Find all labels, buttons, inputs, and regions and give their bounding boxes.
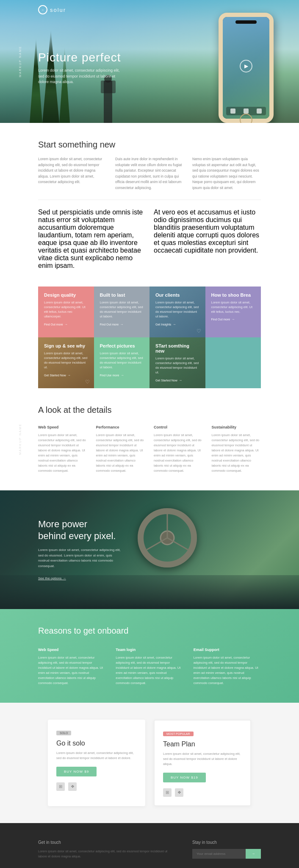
footer-subscribe-button[interactable]: → bbox=[246, 849, 261, 859]
card-desc: Lorem ipsum dolor sit amet, consectetur … bbox=[100, 351, 144, 370]
section-details-title: A look at the details bbox=[38, 405, 261, 415]
hero-section: ○ solur Picture perfect Lorem dolor sit … bbox=[0, 0, 299, 123]
logo-icon: ○ bbox=[38, 5, 47, 14]
card-desc: Lorem ipsum dolor sit amet, consectetur … bbox=[100, 300, 144, 319]
card-start-something[interactable]: STart somthing new Lorem ipsum dolor sit… bbox=[150, 337, 205, 388]
logo-text: solur bbox=[50, 7, 66, 13]
start-col-3: Nemo enim ipsam voluptatem quia voluptas… bbox=[192, 156, 261, 191]
footer-get-in-touch: Get in touch Lorem ipsum dolor sit amet,… bbox=[38, 840, 175, 860]
solo-icons: ⊞ ❖ bbox=[56, 782, 137, 791]
hero-title: Picture perfect bbox=[38, 51, 123, 64]
detail-title: Performance bbox=[96, 425, 146, 429]
section-pricing: SOLO Go it solo Lorem ipsum dolor sit am… bbox=[0, 703, 299, 823]
card-link[interactable]: Find Out more bbox=[211, 317, 255, 321]
solo-icon-2: ❖ bbox=[68, 782, 77, 791]
solo-icon-1: ⊞ bbox=[56, 782, 65, 791]
hero2-description: Lorem ipsum dolor sit amet, consectetur … bbox=[38, 548, 123, 569]
card-link[interactable]: Find Out more bbox=[100, 323, 144, 326]
site-logo[interactable]: ○ solur bbox=[38, 5, 66, 14]
phone-icon-1 bbox=[230, 108, 235, 114]
team-title: Team Plan bbox=[163, 740, 242, 748]
footer-search-form: → bbox=[192, 849, 261, 859]
section-start-title: Start something new bbox=[38, 140, 261, 150]
card-desc: Lorem ipsum dolor sit amet, consectetur … bbox=[211, 300, 255, 314]
card-desc: Lorem ipsum dolor sit amet, consectetur … bbox=[155, 356, 199, 375]
card-title: Design quality bbox=[44, 292, 88, 298]
card-link[interactable]: Get Started Now bbox=[44, 373, 88, 377]
green-col-text: Lorem ipsum dolor sit amet, consectetur … bbox=[194, 655, 261, 686]
solo-buy-button[interactable]: BUY NOW $9 bbox=[56, 767, 97, 776]
footer-top: Get in touch Lorem ipsum dolor sit amet,… bbox=[38, 840, 261, 860]
footer-stay-title: Stay in touch bbox=[192, 840, 261, 845]
detail-performance: Performance Lorem ipsum dolor sit amet, … bbox=[96, 425, 146, 473]
card-link[interactable]: Find Use more bbox=[100, 373, 144, 377]
solo-title: Go it solo bbox=[56, 740, 137, 747]
green-col-text: Lorem ipsum dolor sit amet, consectetur … bbox=[38, 655, 105, 686]
green-col-email: Email Support Lorem ipsum dolor sit amet… bbox=[194, 648, 261, 686]
pricing-card-team: MOST POPULAR Team Plan Lorem ipsum dolor… bbox=[154, 720, 251, 806]
card-design-quality[interactable]: Design quality Lorem ipsum dolor sit ame… bbox=[38, 287, 94, 337]
card-sign-up[interactable]: Sign up & see why Lorem ipsum dolor sit … bbox=[38, 337, 94, 388]
phone-mockup: ▶ bbox=[206, 8, 274, 123]
hero2-link[interactable]: See the options → bbox=[38, 576, 66, 580]
details-sidebar-text: MARKUP NAME bbox=[19, 423, 22, 455]
play-icon: ▶ bbox=[240, 60, 252, 72]
footer-touch-text: Lorem ipsum dolor sit amet, consectetur … bbox=[38, 849, 175, 860]
card-title: Our clients bbox=[155, 292, 199, 298]
hero-content: Picture perfect Lorem dolor sit amet, co… bbox=[38, 51, 123, 85]
solo-label: SOLO bbox=[56, 731, 71, 735]
phone-notch bbox=[235, 20, 257, 24]
site-footer: Get in touch Lorem ipsum dolor sit amet,… bbox=[0, 823, 299, 868]
card-how-to-shoo[interactable]: How to shoo Brea Lorem ipsum dolor sit a… bbox=[205, 287, 261, 337]
start-row2-col1: Sed ut perspiciatis unde omnis iste natu… bbox=[38, 209, 145, 270]
details-columns: Web Speed Lorem ipsum dolor sit amet, co… bbox=[38, 425, 261, 473]
card-desc: Lorem ipsum dolor sit amet, consectetur … bbox=[44, 351, 88, 370]
card-perfect-pictures[interactable]: Perfect pictures Lorem ipsum dolor sit a… bbox=[94, 337, 150, 388]
card-link[interactable]: Get Insights bbox=[155, 323, 199, 326]
card-title: Perfect pictures bbox=[100, 343, 144, 348]
start-row2: Sed ut perspiciatis unde omnis iste natu… bbox=[38, 209, 261, 270]
team-buy-button[interactable]: BUY NOW $19 bbox=[163, 773, 206, 782]
phone-icon-3 bbox=[257, 108, 262, 114]
team-icon-2: ❖ bbox=[175, 788, 183, 797]
green-title: Reasons to get onboard bbox=[38, 626, 261, 636]
hero-description: Lorem dolor sit amet, consectetur adipis… bbox=[38, 68, 123, 85]
footer-stay-in-touch: Stay in touch → bbox=[192, 840, 261, 860]
heart-icon: ♡ bbox=[85, 379, 90, 385]
detail-text: Lorem ipsum dolor sit amet, consectetur … bbox=[96, 433, 146, 473]
card-title: Built to last bbox=[100, 292, 144, 298]
heart-icon: ♡ bbox=[197, 328, 201, 334]
card-title: How to shoo Brea bbox=[211, 292, 255, 298]
pricing-cards-container: SOLO Go it solo Lorem ipsum dolor sit am… bbox=[48, 720, 251, 806]
detail-text: Lorem ipsum dolor sit amet, consectetur … bbox=[212, 433, 261, 473]
section-details: MARKUP NAME A look at the details Web Sp… bbox=[0, 388, 299, 490]
hero-sidebar-label: MARKUP NAME bbox=[19, 46, 22, 77]
phone-screen: ▶ bbox=[223, 17, 269, 119]
detail-web-speed: Web Speed Lorem ipsum dolor sit amet, co… bbox=[38, 425, 88, 473]
cards-grid: Design quality Lorem ipsum dolor sit ame… bbox=[38, 287, 261, 388]
detail-title: Web Speed bbox=[38, 425, 88, 429]
card-link[interactable]: Find Out more bbox=[44, 323, 88, 326]
detail-text: Lorem ipsum dolor sit amet, consectetur … bbox=[154, 433, 203, 473]
phone-icon-2 bbox=[244, 108, 249, 114]
card-teal bbox=[205, 337, 261, 388]
card-built-to-last[interactable]: Built to last Lorem ipsum dolor sit amet… bbox=[94, 287, 150, 337]
card-desc: Lorem ipsum dolor sit amet, consectetur … bbox=[44, 300, 88, 319]
section-start: Start something new Lorem ipsum dolor si… bbox=[0, 123, 299, 287]
footer-email-input[interactable] bbox=[192, 849, 246, 859]
phone-home-btn bbox=[240, 114, 252, 123]
green-col-title: Team login bbox=[116, 648, 183, 652]
card-clients[interactable]: Our clients Lorem ipsum dolor sit amet, … bbox=[150, 287, 205, 337]
detail-text: Lorem ipsum dolor sit amet, consectetur … bbox=[38, 433, 88, 473]
card-link[interactable]: Get Started Now bbox=[155, 378, 199, 382]
footer-touch-title: Get in touch bbox=[38, 840, 175, 845]
hero2-content: More powerbehind every pixel. Lorem ipsu… bbox=[38, 518, 123, 581]
start-col-1: Lorem ipsum dolor sit amet, consectetur … bbox=[38, 156, 107, 191]
card-title: Sign up & see why bbox=[44, 343, 88, 348]
detail-control: Control Lorem ipsum dolor sit amet, cons… bbox=[154, 425, 203, 473]
hero2-section: More powerbehind every pixel. Lorem ipsu… bbox=[0, 490, 299, 609]
green-col-text: Lorem ipsum dolor sit amet, consectetur … bbox=[116, 655, 183, 686]
green-col-title: Web Speed bbox=[38, 648, 105, 652]
start-col-2: Duis aute irure dolor in reprehenderit i… bbox=[115, 156, 184, 191]
section-green: Reasons to get onboard Web Speed Lorem i… bbox=[0, 609, 299, 703]
